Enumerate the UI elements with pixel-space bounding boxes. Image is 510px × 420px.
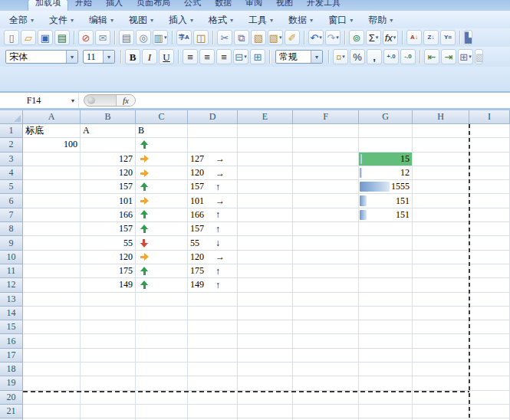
cell-H11[interactable]: [413, 264, 469, 278]
cell-I21[interactable]: [469, 405, 510, 418]
menu-data[interactable]: 数据▾: [281, 12, 321, 28]
cell-E8[interactable]: [238, 222, 293, 236]
row-header-6[interactable]: 6: [0, 194, 23, 208]
sort-ascending-button[interactable]: A↓: [406, 30, 422, 45]
cell-G2[interactable]: [359, 138, 413, 152]
cell-F17[interactable]: [293, 349, 359, 363]
cell-H5[interactable]: [413, 180, 469, 194]
cell-H19[interactable]: [413, 376, 469, 390]
menu-insert[interactable]: 插入▾: [161, 12, 201, 28]
column-header-B[interactable]: B: [81, 110, 136, 124]
italic-button[interactable]: I: [142, 49, 157, 64]
cell-E3[interactable]: [238, 153, 293, 166]
row-header-13[interactable]: 13: [0, 293, 23, 307]
chevron-down-icon[interactable]: ▾: [66, 51, 77, 63]
chevron-down-icon[interactable]: ▾: [103, 51, 114, 63]
cell-D8[interactable]: 157↑: [188, 222, 238, 236]
copy-button[interactable]: ⧉: [234, 30, 249, 45]
cell-E14[interactable]: [238, 307, 293, 320]
ribbon-tab-page-layout[interactable]: 页面布局: [130, 0, 177, 11]
cell-B14[interactable]: [81, 307, 136, 320]
cell-D11[interactable]: 175↑: [188, 264, 238, 278]
cell-F4[interactable]: [293, 166, 359, 180]
cell-H6[interactable]: [413, 194, 469, 208]
cell-I3[interactable]: [469, 153, 510, 166]
cell-C1[interactable]: B: [136, 124, 188, 138]
cell-E16[interactable]: [238, 334, 293, 348]
cell-I16[interactable]: [469, 334, 510, 348]
cell-I11[interactable]: [469, 264, 510, 278]
cell-E6[interactable]: [238, 194, 293, 208]
cell-H9[interactable]: [413, 236, 469, 250]
cell-F6[interactable]: [293, 194, 359, 208]
cell-A13[interactable]: [23, 293, 81, 307]
cell-B3[interactable]: 127: [81, 153, 136, 166]
filter-button[interactable]: Y=: [440, 30, 456, 45]
sort-descending-button[interactable]: Z↓: [423, 30, 439, 45]
cell-C11[interactable]: [136, 264, 188, 278]
cell-A1[interactable]: 标底: [23, 124, 81, 138]
cell-F8[interactable]: [293, 222, 359, 236]
chart-button[interactable]: ▙: [464, 30, 472, 45]
ribbon-tab-home[interactable]: 开始: [68, 0, 99, 11]
cell-G17[interactable]: [359, 349, 413, 363]
column-header-C[interactable]: C: [136, 110, 188, 124]
redo-button[interactable]: ↷▾: [325, 30, 341, 45]
formula-bar-handle[interactable]: [87, 97, 95, 104]
cell-D1[interactable]: [188, 124, 238, 138]
cell-I19[interactable]: [469, 376, 510, 390]
cell-G7[interactable]: 151: [359, 208, 413, 222]
row-header-3[interactable]: 3: [0, 153, 23, 166]
cell-C12[interactable]: [136, 278, 188, 292]
print-setup-button[interactable]: ▥▾: [153, 30, 168, 45]
cell-I17[interactable]: [469, 349, 510, 363]
cell-A20[interactable]: [23, 391, 81, 405]
cell-G20[interactable]: [359, 391, 413, 405]
print-button[interactable]: ▤: [119, 30, 134, 45]
row-header-16[interactable]: 16: [0, 334, 23, 348]
select-all-corner[interactable]: [0, 110, 23, 124]
cell-G5[interactable]: 1555: [359, 180, 413, 194]
cell-B2[interactable]: [81, 138, 136, 152]
cell-D16[interactable]: [188, 334, 238, 348]
row-header-8[interactable]: 8: [0, 222, 23, 236]
cell-H16[interactable]: [413, 334, 469, 348]
cell-C8[interactable]: [136, 222, 188, 236]
cell-B10[interactable]: 120: [81, 251, 136, 264]
cell-B21[interactable]: [81, 405, 136, 418]
cell-A12[interactable]: [23, 278, 81, 292]
cell-B16[interactable]: [81, 334, 136, 348]
ribbon-tab-addins[interactable]: 加载项: [28, 0, 68, 11]
row-header-5[interactable]: 5: [0, 180, 23, 194]
cell-D9[interactable]: 55↓: [188, 236, 238, 250]
hyperlink-button[interactable]: ⊚: [349, 30, 364, 45]
save-button[interactable]: ▣: [38, 30, 53, 45]
cell-C10[interactable]: [136, 251, 188, 264]
ribbon-tab-developer[interactable]: 开发工具: [300, 0, 347, 11]
cell-G11[interactable]: [359, 264, 413, 278]
cell-A3[interactable]: [23, 153, 81, 166]
cell-G12[interactable]: [359, 278, 413, 292]
cell-D12[interactable]: 149↑: [188, 278, 238, 292]
cell-G18[interactable]: [359, 363, 413, 376]
cell-G15[interactable]: [359, 320, 413, 334]
print-preview-button[interactable]: ◎: [136, 30, 151, 45]
cell-I15[interactable]: [469, 320, 510, 334]
cell-G16[interactable]: [359, 334, 413, 348]
cell-G9[interactable]: [359, 236, 413, 250]
menu-file[interactable]: 文件▾: [41, 12, 81, 28]
cell-C13[interactable]: [136, 293, 188, 307]
cell-B12[interactable]: 149: [81, 278, 136, 292]
cell-I10[interactable]: [469, 251, 510, 264]
cell-E1[interactable]: [238, 124, 293, 138]
cell-A8[interactable]: [23, 222, 81, 236]
cell-F18[interactable]: [293, 363, 359, 376]
cell-I1[interactable]: [469, 124, 510, 138]
row-header-9[interactable]: 9: [0, 236, 23, 250]
fill-color-button[interactable]: ▧: [475, 49, 483, 64]
increase-decimal-button[interactable]: +.0: [383, 49, 399, 64]
row-header-14[interactable]: 14: [0, 307, 23, 320]
number-format-combo[interactable]: 常规▾: [275, 50, 323, 64]
cell-B18[interactable]: [81, 363, 136, 376]
mail-attachment-button[interactable]: ✉: [95, 30, 110, 45]
